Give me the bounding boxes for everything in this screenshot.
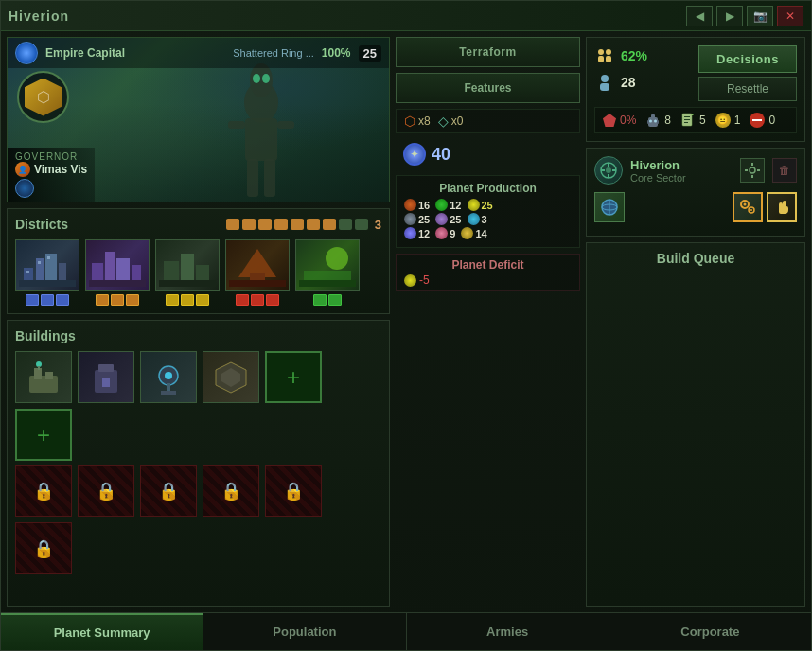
add-building-1[interactable]: +	[265, 351, 322, 403]
slot-used-6	[307, 219, 320, 230]
lock-overlay-3	[141, 466, 196, 516]
svg-rect-32	[29, 376, 58, 393]
tab-population[interactable]: Population	[203, 613, 406, 650]
close-button[interactable]: ✕	[777, 6, 803, 26]
district-farm	[295, 239, 360, 306]
sector-name: Hiverion	[630, 158, 733, 172]
district-img-commercial	[155, 239, 220, 291]
svg-rect-59	[684, 116, 690, 117]
d-slot-orange-2	[111, 294, 124, 306]
district-icon-city	[16, 240, 79, 290]
production-row-3: 12 9 14	[404, 227, 572, 239]
districts-grid	[15, 239, 381, 306]
tab-armies-label: Armies	[486, 625, 528, 639]
locked-slot-1: 🔒	[15, 465, 72, 517]
food-val: 12	[450, 200, 461, 211]
alloy-val: 25	[418, 214, 430, 225]
amenity-value: 1	[734, 114, 741, 127]
svg-rect-6	[264, 159, 275, 197]
camera-button[interactable]: 📷	[747, 6, 773, 26]
title-bar: Hiverion ◀ ▶ 📷 ✕	[1, 1, 811, 31]
prod-unity: 12	[404, 227, 430, 239]
planet-percent: 100%	[322, 46, 351, 60]
buildings-grid: + +	[15, 351, 381, 461]
building-3[interactable]	[140, 351, 197, 403]
svg-point-57	[654, 120, 657, 123]
svg-point-56	[649, 120, 652, 123]
sector-panel: Hiverion Core Sector 🗑	[586, 148, 805, 237]
svg-rect-70	[751, 163, 753, 166]
features-button[interactable]: Features	[396, 73, 580, 103]
alien-character	[209, 60, 313, 202]
no-entry-icon	[750, 113, 765, 128]
locked-slot-4: 🔒	[203, 465, 259, 517]
mineral-count: x8	[418, 114, 431, 128]
d-slot-red-2	[251, 294, 264, 306]
no-entry-value: 0	[768, 114, 775, 127]
stats-left: 62% 28	[594, 45, 693, 101]
influence-icon	[435, 227, 448, 239]
district-slots-city	[26, 294, 69, 306]
next-button[interactable]: ▶	[716, 6, 743, 26]
slot-available-1	[339, 219, 352, 230]
building-2[interactable]	[78, 351, 134, 403]
resettle-button[interactable]: Resettle	[698, 77, 797, 101]
prod-mineral: 16	[404, 199, 430, 211]
svg-point-64	[606, 167, 611, 173]
sector-planet-button[interactable]	[594, 192, 625, 222]
terraform-button[interactable]: Terraform	[396, 37, 580, 67]
sector-gears-button[interactable]	[733, 192, 763, 222]
add-building-2[interactable]: +	[15, 409, 72, 461]
lock-overlay-2	[79, 466, 133, 516]
lock-overlay-4	[203, 466, 258, 516]
production-title: Planet Production	[404, 182, 572, 195]
district-slots-commercial	[166, 294, 209, 306]
districts-section: Districts 3	[7, 208, 390, 314]
building-1[interactable]	[15, 351, 72, 403]
sector-icon	[594, 156, 623, 185]
planet-header-top: Empire Capital Shattered Ring ... 100% 2…	[8, 38, 389, 68]
d-slot-green-2	[328, 294, 342, 306]
no-entry-stat: 0	[750, 113, 775, 128]
crime-stat: 0%	[603, 114, 636, 127]
slot-available-2	[355, 219, 368, 230]
robot-stat: 8	[645, 112, 671, 129]
planet-name: Empire Capital	[45, 46, 125, 60]
district-urban	[85, 239, 150, 306]
svg-point-46	[598, 49, 604, 55]
svg-rect-28	[229, 280, 286, 287]
main-window: Hiverion ◀ ▶ 📷 ✕ Empire Capital Shattere…	[0, 0, 812, 651]
influence-val: 9	[450, 228, 455, 239]
goods-icon	[435, 213, 448, 225]
title-buttons: ◀ ▶ 📷 ✕	[686, 6, 803, 26]
deficit-number: -5	[419, 273, 430, 287]
trash-button[interactable]: 🗑	[772, 158, 797, 183]
svg-point-47	[606, 49, 611, 55]
svg-rect-14	[26, 271, 29, 273]
decisions-button[interactable]: Decisions	[698, 45, 797, 73]
robot-icon	[645, 112, 661, 129]
d-slot-yellow-1	[166, 294, 179, 306]
svg-rect-5	[247, 159, 258, 197]
lock-overlay-1	[16, 466, 71, 516]
sector-hand-button[interactable]	[767, 192, 797, 222]
tab-armies[interactable]: Armies	[407, 613, 609, 650]
district-icon-farm	[296, 240, 359, 290]
prev-button[interactable]: ◀	[686, 6, 713, 26]
d-slot-red-1	[236, 294, 249, 306]
slot-count: 3	[375, 218, 381, 232]
sector-settings-button[interactable]	[740, 158, 765, 183]
tab-planet-summary[interactable]: Planet Summary	[1, 613, 203, 650]
tab-population-label: Population	[273, 625, 336, 639]
svg-rect-65	[608, 163, 609, 167]
svg-rect-53	[651, 114, 655, 118]
build-queue-panel: Build Queue	[586, 242, 805, 607]
svg-rect-49	[606, 56, 611, 62]
crime-value: 0%	[620, 114, 636, 127]
deficit-value: -5	[404, 273, 572, 287]
tab-corporate[interactable]: Corporate	[609, 613, 811, 650]
district-city	[15, 239, 79, 306]
svg-point-7	[253, 74, 260, 83]
building-4[interactable]	[203, 351, 259, 403]
energy-val: 25	[482, 200, 493, 211]
